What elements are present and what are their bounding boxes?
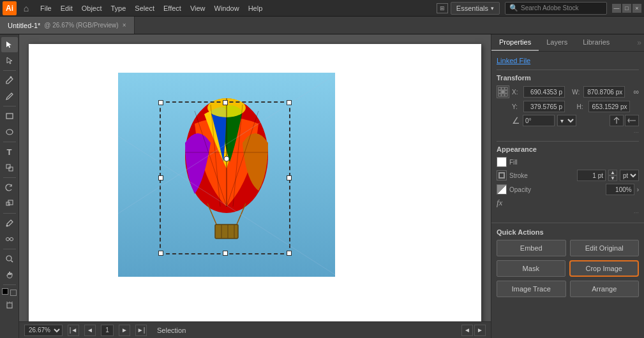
panel-collapse-button[interactable]: »: [634, 34, 644, 51]
scroll-right-button[interactable]: ►: [474, 325, 486, 336]
h-input[interactable]: [588, 101, 630, 112]
home-button[interactable]: ⌂: [19, 1, 33, 15]
constrain-proportions-icon[interactable]: ∞: [633, 87, 639, 96]
arrange-button[interactable]: Arrange: [570, 281, 640, 297]
workspace-dropdown-icon: ▾: [491, 5, 494, 11]
tool-rectangle[interactable]: [1, 108, 18, 124]
main-layout: T: [0, 34, 644, 338]
transform-reference-icon[interactable]: [497, 85, 509, 98]
svg-rect-41: [502, 94, 504, 96]
image-trace-button[interactable]: Image Trace: [497, 281, 566, 297]
tool-pen[interactable]: [1, 73, 18, 88]
opacity-icon: [497, 184, 507, 195]
qa-row-2: Mask Crop Image: [497, 260, 639, 277]
canvas-area: 26.67% 26.67% |◄ ◄ 1 ► ►| Selection ◄ ►: [19, 34, 491, 338]
stroke-unit-select[interactable]: pt: [620, 170, 639, 181]
x-input[interactable]: [523, 86, 565, 98]
mask-button[interactable]: Mask: [497, 260, 565, 277]
svg-rect-40: [498, 94, 501, 96]
w-input[interactable]: [583, 86, 625, 98]
menu-help[interactable]: Help: [244, 0, 267, 17]
nav-last-button[interactable]: ►|: [135, 325, 147, 336]
menu-effect[interactable]: Effect: [159, 0, 186, 17]
close-button[interactable]: ×: [633, 4, 641, 13]
menubar: Ai ⌂ File Edit Object Type Select Effect…: [0, 0, 644, 17]
stroke-up-button[interactable]: ▲: [608, 170, 617, 175]
tab-close-button[interactable]: ×: [123, 22, 126, 29]
tool-pencil[interactable]: [1, 89, 18, 104]
tab-subtitle: @ 26.67% (RGB/Preview): [44, 22, 118, 29]
tool-blend[interactable]: [1, 231, 18, 247]
search-adobe-stock[interactable]: 🔍 Search Adobe Stock: [505, 2, 607, 15]
angle-dropdown[interactable]: ▾: [557, 115, 576, 126]
tool-hand[interactable]: [1, 267, 18, 283]
menu-file[interactable]: File: [36, 0, 56, 17]
svg-rect-1: [6, 114, 13, 119]
fx-button[interactable]: fx: [497, 198, 639, 208]
right-panel: Properties Layers Libraries » Linked Fil…: [491, 34, 644, 338]
app-logo: Ai: [3, 1, 17, 15]
tab-properties[interactable]: Properties: [491, 34, 539, 51]
panel-scroll-area[interactable]: Linked File Transform: [491, 52, 644, 338]
menu-object[interactable]: Object: [77, 0, 107, 17]
tool-artboard[interactable]: [1, 298, 18, 313]
transform-more-button[interactable]: ···: [497, 129, 639, 136]
tool-ellipse[interactable]: [1, 124, 18, 140]
appearance-more-button[interactable]: ···: [497, 209, 639, 216]
tab-layers[interactable]: Layers: [539, 34, 575, 51]
maximize-button[interactable]: □: [622, 4, 631, 13]
image-frame[interactable]: [118, 73, 335, 277]
stroke-down-button[interactable]: ▼: [608, 175, 617, 181]
tool-direct-selection[interactable]: [1, 53, 18, 68]
nav-first-button[interactable]: |◄: [68, 325, 79, 336]
transform-h-field: H:: [577, 101, 640, 112]
stroke-value-input[interactable]: [577, 170, 606, 181]
menu-select[interactable]: Select: [130, 0, 159, 17]
svg-point-9: [10, 238, 13, 241]
stroke-swatch[interactable]: [497, 170, 507, 180]
svg-rect-36: [505, 87, 507, 90]
canvas-viewport[interactable]: [19, 34, 491, 338]
nav-prev-button[interactable]: ◄: [84, 325, 96, 336]
tool-selection[interactable]: [1, 37, 18, 52]
document-tab[interactable]: Untitled-1* @ 26.67% (RGB/Preview) ×: [0, 17, 135, 34]
menu-type[interactable]: Type: [107, 0, 131, 17]
svg-point-0: [10, 77, 11, 78]
tool-rotate[interactable]: [1, 180, 18, 195]
tool-zoom[interactable]: [1, 251, 18, 267]
toolbar: T: [0, 34, 19, 338]
tool-shape-builder[interactable]: [1, 160, 18, 175]
edit-original-button[interactable]: Edit Original: [570, 240, 640, 256]
menu-window[interactable]: Window: [210, 0, 244, 17]
flip-horizontal-button[interactable]: [610, 115, 624, 126]
scroll-left-button[interactable]: ◄: [461, 325, 473, 336]
fill-label: Fill: [509, 159, 639, 166]
fill-color-swatch[interactable]: [2, 288, 8, 295]
x-label: X:: [512, 89, 522, 96]
minimize-button[interactable]: —: [612, 4, 621, 13]
stroke-color-swatch[interactable]: [10, 290, 17, 296]
linked-file-label[interactable]: Linked File: [497, 57, 639, 64]
tool-type[interactable]: T: [1, 144, 18, 159]
y-input[interactable]: [523, 101, 565, 112]
zoom-select[interactable]: 26.67%: [24, 325, 63, 336]
tool-eyedropper[interactable]: [1, 216, 18, 231]
menu-view[interactable]: View: [186, 0, 210, 17]
tab-libraries[interactable]: Libraries: [575, 34, 617, 51]
embed-button[interactable]: Embed: [497, 240, 566, 256]
flip-vertical-button[interactable]: [625, 115, 639, 126]
opacity-expand-button[interactable]: ›: [637, 186, 639, 193]
transform-yh-row: Y: H:: [512, 101, 639, 112]
stroke-row: Stroke ▲ ▼ pt: [497, 170, 639, 181]
tool-scale[interactable]: [1, 196, 18, 211]
crop-image-button[interactable]: Crop Image: [569, 260, 640, 277]
appearance-section-header: Appearance: [497, 141, 639, 153]
opacity-input[interactable]: [606, 184, 634, 195]
workspace-selector[interactable]: Essentials ▾: [451, 2, 500, 15]
fill-swatch[interactable]: [497, 157, 507, 167]
angle-input[interactable]: [523, 115, 555, 126]
menu-edit[interactable]: Edit: [56, 0, 77, 17]
workspace-icon-button[interactable]: ⊞: [437, 3, 448, 13]
nav-next-button[interactable]: ►: [119, 325, 130, 336]
page-number-input[interactable]: 1: [101, 325, 114, 336]
